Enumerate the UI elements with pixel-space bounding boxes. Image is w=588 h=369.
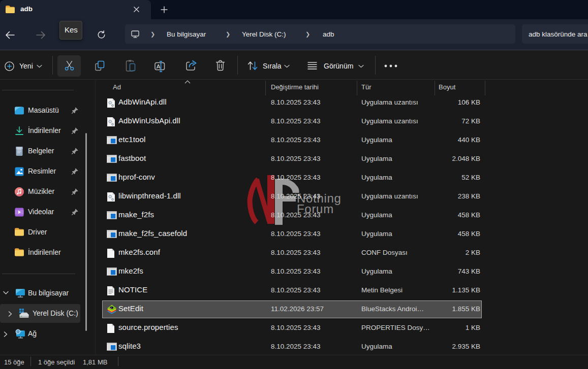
svg-text:A: A (157, 63, 161, 70)
